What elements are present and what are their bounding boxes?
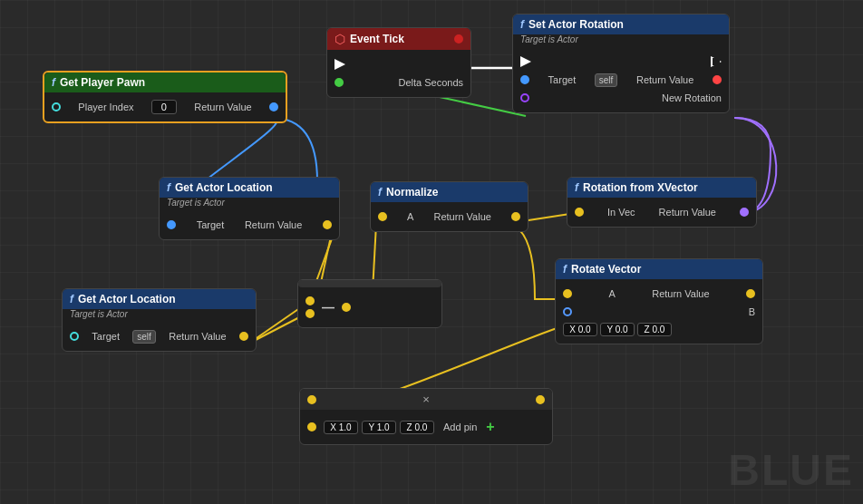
input-pin-1[interactable] xyxy=(305,296,315,305)
z-field[interactable] xyxy=(400,421,434,434)
event-close-pin[interactable] xyxy=(454,34,463,44)
y-field[interactable] xyxy=(600,323,635,336)
return-pin[interactable] xyxy=(511,212,520,221)
function-icon: f xyxy=(563,263,567,276)
x-field[interactable] xyxy=(324,421,358,434)
get-actor-loc1-subtitle: Target is Actor xyxy=(160,198,339,210)
b-row: B xyxy=(556,303,762,321)
target-self-row: Target self Return Value xyxy=(63,327,256,345)
a-pin[interactable] xyxy=(563,289,572,298)
watermark: BLUE xyxy=(728,445,854,495)
event-tick-node[interactable]: ⬡ Event Tick Delta Seconds xyxy=(326,27,471,98)
rotation-from-xvector-header: f Rotation from XVector xyxy=(567,178,756,198)
new-rotation-pin[interactable] xyxy=(520,93,529,102)
return-label: Return Value xyxy=(169,331,226,342)
invec-pin[interactable] xyxy=(575,208,584,217)
return-label: Return Value xyxy=(659,207,716,218)
input-pin-2[interactable] xyxy=(305,309,315,318)
x-field[interactable] xyxy=(563,323,597,336)
invec-row: In Vec Return Value xyxy=(567,203,756,221)
target-label: Target xyxy=(92,331,120,342)
get-actor-loc2-title: Get Actor Location xyxy=(78,293,176,305)
input-pin[interactable] xyxy=(307,395,316,404)
a-row: A Return Value xyxy=(371,208,528,226)
return-pin[interactable] xyxy=(740,208,749,217)
subtract-node[interactable]: — xyxy=(297,279,442,328)
target-pin[interactable] xyxy=(70,332,79,341)
target-pin[interactable] xyxy=(167,220,176,229)
b-pin[interactable] xyxy=(563,307,572,316)
return-pin[interactable] xyxy=(746,289,755,298)
delta-seconds-row: Delta Seconds xyxy=(327,73,470,92)
return-label: Return Value xyxy=(434,211,491,222)
output-pin[interactable] xyxy=(536,395,545,404)
return-pin[interactable] xyxy=(323,220,332,229)
function-icon: f xyxy=(70,293,73,305)
exec-out-pin[interactable] xyxy=(335,59,345,70)
get-actor-loc1-body: Target Return Value xyxy=(160,210,339,239)
exec-in-pin[interactable] xyxy=(520,56,531,67)
function-icon: f xyxy=(520,18,524,31)
event-icon: ⬡ xyxy=(335,32,345,46)
output-pin[interactable] xyxy=(342,303,351,312)
return-label: Return Value xyxy=(652,288,709,299)
normalize-node[interactable]: f Normalize A Return Value xyxy=(370,181,528,232)
b-label: B xyxy=(749,306,755,317)
return-pin[interactable] xyxy=(713,75,722,84)
xyz-row xyxy=(556,321,762,338)
self-badge: self xyxy=(595,73,618,87)
return-label: Return Value xyxy=(636,74,693,85)
event-tick-body: Delta Seconds xyxy=(327,50,470,97)
function-icon: f xyxy=(52,76,55,89)
new-rotation-label: New Rotation xyxy=(662,92,722,103)
set-actor-rotation-node[interactable]: f Set Actor Rotation Target is Actor Tar… xyxy=(512,14,730,113)
target-pin[interactable] xyxy=(520,75,529,84)
exec-out-pin[interactable] xyxy=(711,56,722,67)
vector-literal-header: × xyxy=(300,389,552,410)
return-value-pin[interactable] xyxy=(269,102,278,111)
target-label: Target xyxy=(197,219,225,230)
rotate-vector-title: Rotate Vector xyxy=(571,263,641,276)
normalize-body: A Return Value xyxy=(371,202,528,231)
rotation-from-xvector-title: Rotation from XVector xyxy=(583,181,698,194)
rotation-from-xvector-node[interactable]: f Rotation from XVector In Vec Return Va… xyxy=(567,177,757,228)
minus-symbol: — xyxy=(322,300,335,315)
get-actor-loc2-subtitle: Target is Actor xyxy=(63,309,256,322)
get-actor-loc2-body: Target self Return Value xyxy=(63,322,256,351)
a-row: A Return Value xyxy=(556,285,762,303)
vec-input-pin[interactable] xyxy=(307,422,316,431)
get-actor-loc1-title: Get Actor Location xyxy=(175,181,273,194)
player-index-pin[interactable] xyxy=(52,102,61,111)
get-actor-location-2-node[interactable]: f Get Actor Location Target is Actor Tar… xyxy=(62,288,257,352)
set-actor-rotation-title: Set Actor Rotation xyxy=(528,18,624,31)
rotate-vector-node[interactable]: f Rotate Vector A Return Value B xyxy=(555,258,763,344)
z-field[interactable] xyxy=(637,323,672,336)
add-pin-icon[interactable]: + xyxy=(486,419,494,435)
invec-label: In Vec xyxy=(607,207,635,218)
new-rotation-row: New Rotation xyxy=(513,89,729,107)
target-label: Target xyxy=(548,74,577,85)
a-pin[interactable] xyxy=(378,212,387,221)
delta-seconds-pin[interactable] xyxy=(335,78,344,87)
player-index-input[interactable] xyxy=(151,100,177,114)
event-tick-title: Event Tick xyxy=(350,33,404,45)
player-index-row: Player Index Return Value xyxy=(44,98,286,116)
rotate-vector-header: f Rotate Vector xyxy=(556,259,762,279)
return-pin[interactable] xyxy=(239,332,248,341)
vector-literal-body: Add pin + xyxy=(300,410,552,444)
return-label: Return Value xyxy=(245,219,302,230)
get-actor-location-1-node[interactable]: f Get Actor Location Target is Actor Tar… xyxy=(159,177,340,240)
add-pin-button[interactable]: Add pin xyxy=(438,420,482,434)
set-actor-rotation-subtitle: Target is Actor xyxy=(513,34,729,47)
y-field[interactable] xyxy=(362,421,396,434)
vector-literal-node[interactable]: × Add pin + xyxy=(299,388,553,445)
subtract-body: — xyxy=(298,287,441,327)
target-row: Target self Return Value xyxy=(513,71,729,89)
function-icon: f xyxy=(167,181,170,194)
function-icon: f xyxy=(378,186,382,199)
normalize-title: Normalize xyxy=(386,186,438,199)
get-player-pawn-node[interactable]: f Get Player Pawn Player Index Return Va… xyxy=(43,71,287,123)
event-tick-header: ⬡ Event Tick xyxy=(327,28,470,50)
player-index-label: Player Index xyxy=(78,102,133,112)
cross-icon: × xyxy=(422,393,430,406)
